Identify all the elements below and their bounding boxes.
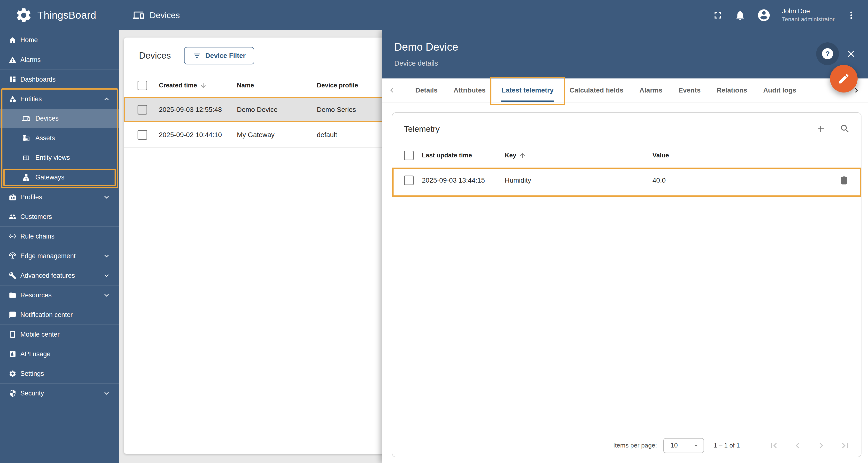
device-details-panel: Demo Device Device details ? Details Att… bbox=[382, 30, 868, 463]
cell-device-profile: Demo Series bbox=[317, 106, 392, 114]
tab-details[interactable]: Details bbox=[407, 79, 445, 102]
dropdown-arrow-icon bbox=[692, 441, 700, 450]
last-page-icon[interactable] bbox=[840, 440, 850, 451]
search-icon[interactable] bbox=[840, 123, 850, 134]
notifications-icon[interactable] bbox=[735, 10, 746, 21]
sidebar-item-entities[interactable]: Entities bbox=[0, 89, 119, 109]
edge-management-icon bbox=[9, 252, 17, 260]
active-tab-underline bbox=[501, 100, 554, 102]
column-name[interactable]: Name bbox=[237, 82, 317, 89]
tab-events[interactable]: Events bbox=[671, 79, 709, 102]
sidebar-item-profiles[interactable]: Profiles bbox=[0, 187, 119, 207]
device-filter-button[interactable]: Device Filter bbox=[184, 47, 254, 64]
dashboard-icon bbox=[9, 75, 17, 83]
pencil-icon bbox=[837, 72, 850, 85]
sidebar-item-gateways[interactable]: Gateways bbox=[0, 167, 119, 187]
sidebar-item-label: Security bbox=[20, 390, 44, 397]
telemetry-title: Telemetry bbox=[404, 124, 440, 134]
edit-device-fab[interactable] bbox=[830, 65, 858, 93]
sidebar-item-settings[interactable]: Settings bbox=[0, 364, 119, 383]
previous-page-icon[interactable] bbox=[792, 440, 803, 451]
sidebar-item-customers[interactable]: Customers bbox=[0, 207, 119, 226]
topbar-actions: John Doe Tenant administrator bbox=[712, 7, 868, 23]
items-per-page-select[interactable]: 10 bbox=[663, 438, 704, 453]
chevron-down-icon bbox=[102, 252, 111, 260]
first-page-icon[interactable] bbox=[769, 440, 779, 451]
sidebar-item-notification-center[interactable]: Notification center bbox=[0, 305, 119, 325]
tab-alarms[interactable]: Alarms bbox=[631, 79, 671, 102]
select-all-checkbox[interactable] bbox=[137, 81, 147, 90]
column-key[interactable]: Key bbox=[505, 152, 652, 159]
row-checkbox[interactable] bbox=[404, 176, 414, 185]
pagination-range: 1 – 1 of 1 bbox=[714, 442, 740, 449]
cell-name: My Gateway bbox=[237, 131, 317, 139]
device-row-my-gateway[interactable]: 2025-09-02 10:44:10 My Gateway default bbox=[124, 122, 392, 148]
tab-attributes[interactable]: Attributes bbox=[445, 79, 494, 102]
sidebar-item-advanced-features[interactable]: Advanced features bbox=[0, 266, 119, 285]
user-block[interactable]: John Doe Tenant administrator bbox=[782, 7, 835, 23]
telemetry-row-humidity[interactable]: 2025-09-03 13:44:15 Humidity 40.0 bbox=[392, 166, 861, 195]
advanced-features-icon bbox=[9, 272, 17, 279]
sidebar-item-security[interactable]: Security bbox=[0, 383, 119, 403]
sort-desc-icon bbox=[199, 82, 207, 89]
tab-relations[interactable]: Relations bbox=[709, 79, 755, 102]
screen: ThingsBoard Devices John Doe Tenant admi… bbox=[0, 0, 868, 463]
devices-panel: Devices Device Filter Created time Name … bbox=[124, 37, 392, 454]
telemetry-header: Telemetry bbox=[392, 113, 861, 145]
column-last-update-time[interactable]: Last update time bbox=[422, 152, 505, 159]
assets-icon bbox=[22, 134, 30, 142]
sidebar-item-home[interactable]: Home bbox=[0, 30, 119, 50]
api-usage-icon bbox=[9, 350, 17, 358]
delete-telemetry-icon[interactable] bbox=[839, 175, 849, 186]
close-icon[interactable] bbox=[846, 49, 857, 59]
tab-calculated-fields[interactable]: Calculated fields bbox=[562, 79, 631, 102]
customers-icon bbox=[9, 213, 17, 221]
filter-icon bbox=[193, 52, 201, 60]
sidebar-item-label: Devices bbox=[35, 115, 59, 122]
sidebar-item-entity-views[interactable]: Entity views bbox=[0, 148, 119, 167]
devices-icon bbox=[22, 115, 30, 123]
column-created-time[interactable]: Created time bbox=[159, 82, 237, 89]
sidebar-item-resources[interactable]: Resources bbox=[0, 285, 119, 305]
sidebar-item-rule-chains[interactable]: Rule chains bbox=[0, 226, 119, 246]
sidebar-item-dashboards[interactable]: Dashboards bbox=[0, 69, 119, 89]
sidebar-item-label: Gateways bbox=[35, 174, 64, 181]
telemetry-card: Telemetry Last update time Key bbox=[392, 112, 862, 457]
page-title-label: Devices bbox=[150, 10, 180, 20]
cell-value: 40.0 bbox=[652, 177, 839, 184]
fullscreen-icon[interactable] bbox=[712, 10, 723, 21]
sidebar-item-devices[interactable]: Devices bbox=[0, 109, 119, 128]
brand: ThingsBoard bbox=[0, 6, 119, 24]
sidebar-item-assets[interactable]: Assets bbox=[0, 128, 119, 148]
column-device-profile[interactable]: Device profile bbox=[317, 82, 392, 89]
sidebar: Home Alarms Dashboards Entities Devices … bbox=[0, 30, 119, 463]
cell-key: Humidity bbox=[505, 177, 652, 184]
sidebar-item-edge-management[interactable]: Edge management bbox=[0, 246, 119, 266]
column-value[interactable]: Value bbox=[652, 152, 861, 159]
rule-chains-icon bbox=[9, 233, 17, 240]
select-all-checkbox[interactable] bbox=[404, 151, 414, 160]
more-menu-icon[interactable] bbox=[846, 10, 857, 21]
device-row-demo-device[interactable]: 2025-09-03 12:55:48 Demo Device Demo Ser… bbox=[124, 97, 392, 122]
chevron-down-icon bbox=[102, 389, 111, 398]
help-button[interactable]: ? bbox=[816, 42, 839, 65]
sidebar-item-alarms[interactable]: Alarms bbox=[0, 50, 119, 69]
sidebar-item-mobile-center[interactable]: Mobile center bbox=[0, 325, 119, 344]
row-checkbox[interactable] bbox=[137, 130, 147, 140]
next-page-icon[interactable] bbox=[816, 440, 827, 451]
row-checkbox[interactable] bbox=[137, 105, 147, 115]
mobile-center-icon bbox=[9, 331, 17, 338]
tabs-scroll-left-icon[interactable] bbox=[388, 86, 396, 95]
sidebar-item-label: Entity views bbox=[35, 154, 70, 161]
avatar[interactable] bbox=[757, 8, 771, 22]
details-header: Demo Device Device details ? bbox=[382, 30, 868, 79]
profiles-icon bbox=[9, 193, 17, 201]
sidebar-item-api-usage[interactable]: API usage bbox=[0, 344, 119, 364]
tab-latest-telemetry[interactable]: Latest telemetry bbox=[494, 79, 562, 102]
entity-views-icon bbox=[22, 154, 30, 162]
sidebar-item-label: Alarms bbox=[20, 56, 41, 64]
tab-audit-logs[interactable]: Audit logs bbox=[755, 79, 804, 102]
sort-asc-icon bbox=[519, 152, 526, 159]
device-filter-label: Device Filter bbox=[206, 52, 246, 60]
add-telemetry-icon[interactable] bbox=[815, 123, 826, 134]
